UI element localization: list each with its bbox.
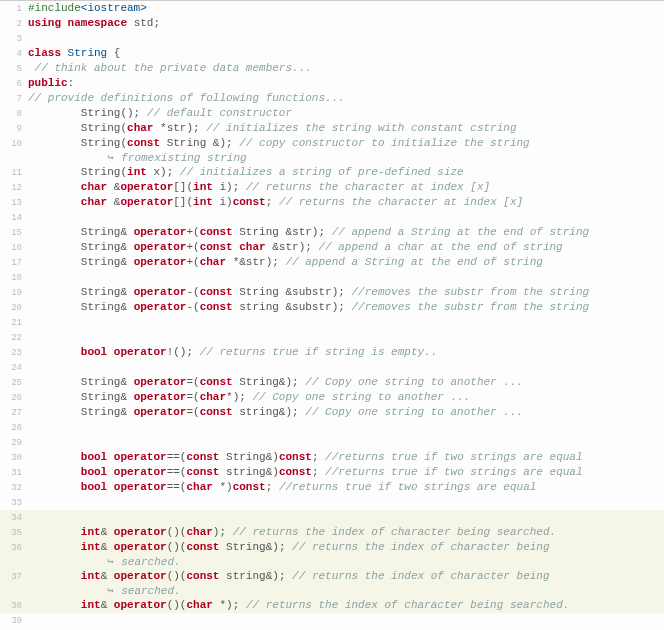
code-content: // think about the private data members.… [28,61,664,75]
line-number: 29 [0,435,28,450]
code-content: int& operator()(const String&); // retur… [28,540,664,554]
code-line: 38 int& operator()(char *); // returns t… [0,598,664,613]
line-number: 23 [0,345,28,360]
line-number: 8 [0,106,28,121]
code-content: String& operator+(char *&str); // append… [28,255,664,269]
code-line: 33 [0,495,664,510]
code-line: 35 int& operator()(char); // returns the… [0,525,664,540]
code-line: 18 [0,270,664,285]
line-number: 18 [0,270,28,285]
line-number: 2 [0,16,28,31]
code-line: 13 char &operator[](int i)const; // retu… [0,195,664,210]
code-line: 24 [0,360,664,375]
line-number: 13 [0,195,28,210]
code-line: 29 [0,435,664,450]
line-number: 17 [0,255,28,270]
code-line: 12 char &operator[](int i); // returns t… [0,180,664,195]
line-number: 27 [0,405,28,420]
line-number: 32 [0,480,28,495]
code-content: // provide definitions of following func… [28,91,664,105]
code-line: 6public: [0,76,664,91]
code-line: 5 // think about the private data member… [0,61,664,76]
line-number: 1 [0,1,28,16]
code-line: 23 bool operator!(); // returns true if … [0,345,664,360]
code-line: 2using namespace std; [0,16,664,31]
code-line-wrap: ↪ fromexisting string [0,151,664,165]
code-line: 34 [0,510,664,525]
code-content: String(); // default constructor [28,106,664,120]
code-line: 17 String& operator+(char *&str); // app… [0,255,664,270]
code-content: String& operator=(const string&); // Cop… [28,405,664,419]
code-content: String& operator+(const String &str); //… [28,225,664,239]
code-content: bool operator!(); // returns true if str… [28,345,664,359]
code-content: String(char *str); // initializes the st… [28,121,664,135]
code-content: bool operator==(char *)const; //returns … [28,480,664,494]
line-number: 35 [0,525,28,540]
code-content: int& operator()(char *); // returns the … [28,598,664,612]
code-line: 7// provide definitions of following fun… [0,91,664,106]
code-content: String(int x); // initializes a string o… [28,165,664,179]
code-line: 32 bool operator==(char *)const; //retur… [0,480,664,495]
code-content: String& operator=(const String&); // Cop… [28,375,664,389]
line-number: 30 [0,450,28,465]
code-content: char &operator[](int i); // returns the … [28,180,664,194]
code-line: 20 String& operator-(const string &subst… [0,300,664,315]
line-number: 28 [0,420,28,435]
line-number: 12 [0,180,28,195]
code-line: 14 [0,210,664,225]
line-number: 24 [0,360,28,375]
code-line: 15 String& operator+(const String &str);… [0,225,664,240]
line-number: 22 [0,330,28,345]
code-line: 16 String& operator+(const char &str); /… [0,240,664,255]
line-number: 20 [0,300,28,315]
code-content: String& operator-(const String &substr);… [28,285,664,299]
wrap-arrow-icon: ↪ [107,584,121,598]
line-number: 39 [0,613,28,628]
code-line: 27 String& operator=(const string&); // … [0,405,664,420]
line-number: 21 [0,315,28,330]
code-line: 8 String(); // default constructor [0,106,664,121]
code-content: String& operator=(char*); // Copy one st… [28,390,664,404]
code-content: char &operator[](int i)const; // returns… [28,195,664,209]
line-number: 6 [0,76,28,91]
code-line: 25 String& operator=(const String&); // … [0,375,664,390]
code-content: bool operator==(const string&)const; //r… [28,465,664,479]
line-number: 36 [0,540,28,555]
code-line-wrap: ↪ searched. [0,584,664,598]
code-line: 9 String(char *str); // initializes the … [0,121,664,136]
line-number: 9 [0,121,28,136]
code-line: 3 [0,31,664,46]
line-number: 10 [0,136,28,151]
line-number: 15 [0,225,28,240]
code-line: 1#include<iostream> [0,1,664,16]
code-content: String& operator+(const char &str); // a… [28,240,664,254]
line-number: 14 [0,210,28,225]
code-content: class String { [28,46,664,60]
code-content: String(const String &); // copy construc… [28,136,664,150]
line-number: 25 [0,375,28,390]
code-line: 21 [0,315,664,330]
code-line: 4class String { [0,46,664,61]
wrap-arrow-icon: ↪ [107,151,121,165]
line-number: 19 [0,285,28,300]
code-line: 22 [0,330,664,345]
line-number: 34 [0,510,28,525]
wrap-arrow-icon: ↪ [107,555,121,569]
line-number: 38 [0,598,28,613]
code-content: String& operator-(const string &substr);… [28,300,664,314]
code-content: public: [28,76,664,90]
code-content: bool operator==(const String&)const; //r… [28,450,664,464]
code-line: 39 [0,613,664,628]
line-number: 33 [0,495,28,510]
code-content: int& operator()(char); // returns the in… [28,525,664,539]
line-number: 37 [0,569,28,584]
code-line: 31 bool operator==(const string&)const; … [0,465,664,480]
line-number: 31 [0,465,28,480]
line-number: 5 [0,61,28,76]
code-line: 26 String& operator=(char*); // Copy one… [0,390,664,405]
code-line: 19 String& operator-(const String &subst… [0,285,664,300]
line-number: 26 [0,390,28,405]
code-content: using namespace std; [28,16,664,30]
code-line: 11 String(int x); // initializes a strin… [0,165,664,180]
code-content: int& operator()(const string&); // retur… [28,569,664,583]
